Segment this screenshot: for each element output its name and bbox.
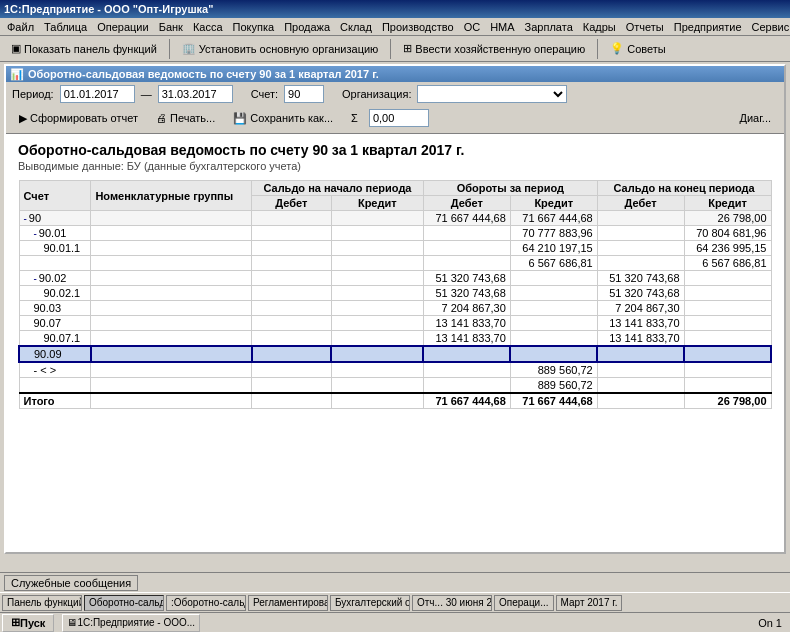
cell-open-debit <box>252 256 332 271</box>
cell-open-credit <box>331 241 423 256</box>
taskbar-buh[interactable]: Бухгалтерский отчет... <box>330 595 410 611</box>
save-label: Сохранить как... <box>250 112 333 124</box>
menu-production[interactable]: Производство <box>377 20 459 34</box>
tips-button[interactable]: 💡 Советы <box>603 39 672 58</box>
bottom-app-btn[interactable]: 🖥 1С:Предприятие - ООО... <box>62 614 200 632</box>
menu-bank[interactable]: Банк <box>154 20 188 34</box>
menu-service[interactable]: Сервис <box>747 20 790 34</box>
taskbar-reg[interactable]: Регламентирован... <box>248 595 328 611</box>
taskbar-opera[interactable]: Операци... <box>494 595 554 611</box>
toolbar-separator-3 <box>597 39 598 59</box>
account-input[interactable] <box>284 85 324 103</box>
col-opening-header: Сальдо на начало периода <box>252 181 424 196</box>
col-turnover-credit: Кредит <box>510 196 597 211</box>
cell-close-debit <box>597 241 684 256</box>
taskbar-mart[interactable]: Март 2017 г. <box>556 595 623 611</box>
table-row: -90 71 667 444,68 71 667 444,68 26 798,0… <box>19 211 771 226</box>
show-panel-button[interactable]: ▣ Показать панель функций <box>4 39 164 58</box>
buh-label: Бухгалтерский отчет... <box>335 597 410 608</box>
table-row[interactable]: 90.09 <box>19 346 771 362</box>
diag-button[interactable]: Диаг... <box>732 108 778 128</box>
cell-account: 90.03 <box>19 301 91 316</box>
sigma-button[interactable]: Σ <box>344 108 365 128</box>
save-icon: 💾 <box>233 112 247 125</box>
menu-sklad[interactable]: Склад <box>335 20 377 34</box>
set-org-label: Установить основную организацию <box>199 43 379 55</box>
cell-open-credit <box>331 211 423 226</box>
expand-icon[interactable]: - <box>24 213 29 224</box>
cell-close-debit[interactable] <box>597 346 684 362</box>
menu-buy[interactable]: Покупка <box>228 20 280 34</box>
cell-turn-credit[interactable] <box>510 346 597 362</box>
date-from-input[interactable] <box>60 85 135 103</box>
cell-close-credit[interactable] <box>684 346 771 362</box>
menu-table[interactable]: Таблица <box>39 20 92 34</box>
cell-total-turn-debit: 71 667 444,68 <box>423 393 510 409</box>
cell-open-debit <box>252 331 332 347</box>
mart-label: Март 2017 г. <box>561 597 618 608</box>
table-row: 889 560,72 <box>19 378 771 394</box>
taskbar-osv2[interactable]: :Оборотно-сальдовая <box>166 595 246 611</box>
col-closing-debit: Дебет <box>597 196 684 211</box>
generate-button[interactable]: ▶ Сформировать отчет <box>12 108 145 128</box>
sigma-value-input[interactable] <box>369 109 429 127</box>
save-button[interactable]: 💾 Сохранить как... <box>226 108 340 128</box>
period-label: Период: <box>12 88 54 100</box>
cell-open-credit <box>331 256 423 271</box>
cell-close-debit: 13 141 833,70 <box>597 331 684 347</box>
cell-turn-debit[interactable] <box>423 346 510 362</box>
taskbar-panel[interactable]: Панель функций <box>2 595 82 611</box>
cell-open-credit[interactable] <box>331 346 423 362</box>
generate-label: Сформировать отчет <box>30 112 138 124</box>
menu-ops[interactable]: Операции <box>92 20 153 34</box>
operation-icon: ⊞ <box>403 42 412 55</box>
expand-icon[interactable]: - <box>34 228 39 239</box>
menu-file[interactable]: Файл <box>2 20 39 34</box>
cell-open-debit <box>252 241 332 256</box>
cell-turn-debit <box>423 362 510 378</box>
taskbar-otch[interactable]: Отч... 30 июня 2017 г. <box>412 595 492 611</box>
cell-turn-debit: 13 141 833,70 <box>423 331 510 347</box>
cell-turn-credit <box>510 301 597 316</box>
menu-reports[interactable]: Отчеты <box>621 20 669 34</box>
menu-staff[interactable]: Кадры <box>578 20 621 34</box>
reg-label: Регламентирован... <box>253 597 328 608</box>
set-org-button[interactable]: 🏢 Установить основную организацию <box>175 39 386 58</box>
cell-open-debit <box>252 286 332 301</box>
status-messages[interactable]: Служебные сообщения <box>4 575 138 591</box>
cell-close-credit: 6 567 686,81 <box>684 256 771 271</box>
cell-open-debit[interactable] <box>252 346 332 362</box>
menu-os[interactable]: ОС <box>459 20 486 34</box>
table-row: -90.01 70 777 883,96 70 804 681,96 <box>19 226 771 241</box>
cell-turn-debit: 51 320 743,68 <box>423 271 510 286</box>
cell-account: 90.07 <box>19 316 91 331</box>
menu-salary[interactable]: Зарплата <box>520 20 578 34</box>
cell-close-credit <box>684 271 771 286</box>
opera-label: Операци... <box>499 597 549 608</box>
form-toolbar: ▶ Сформировать отчет 🖨 Печать... 💾 Сохра… <box>12 106 778 130</box>
menu-enterprise[interactable]: Предприятие <box>669 20 747 34</box>
menu-kassa[interactable]: Касса <box>188 20 228 34</box>
report-title: Оборотно-сальдовая ведомость по счету 90… <box>18 142 772 158</box>
doc-window: 📊 Оборотно-сальдовая ведомость по счету … <box>4 64 786 554</box>
cell-turn-debit <box>423 241 510 256</box>
menu-sell[interactable]: Продажа <box>279 20 335 34</box>
status-label: Служебные сообщения <box>11 577 131 589</box>
enter-operation-button[interactable]: ⊞ Ввести хозяйственную операцию <box>396 39 592 58</box>
org-select[interactable] <box>417 85 567 103</box>
cell-nom[interactable] <box>91 346 252 362</box>
cell-total-open-credit <box>331 393 423 409</box>
expand-icon[interactable]: - <box>34 273 39 284</box>
print-button[interactable]: 🖨 Печать... <box>149 108 222 128</box>
taskbar-osv1[interactable]: Оборотно-сальдовая <box>84 595 164 611</box>
cell-nom <box>91 211 252 226</box>
taskbar: Панель функций Оборотно-сальдовая :Оборо… <box>0 592 790 612</box>
title-text: 1С:Предприятие - ООО "Опт-Игрушка" <box>4 3 213 15</box>
menu-nma[interactable]: НМА <box>485 20 519 34</box>
date-to-input[interactable] <box>158 85 233 103</box>
cell-account-selected[interactable]: 90.09 <box>19 346 91 362</box>
cell-open-credit <box>331 286 423 301</box>
osv1-label: Оборотно-сальдовая <box>89 597 164 608</box>
start-button[interactable]: ⊞ Пуск <box>2 614 54 632</box>
doc-title-bar: 📊 Оборотно-сальдовая ведомость по счету … <box>6 66 784 82</box>
